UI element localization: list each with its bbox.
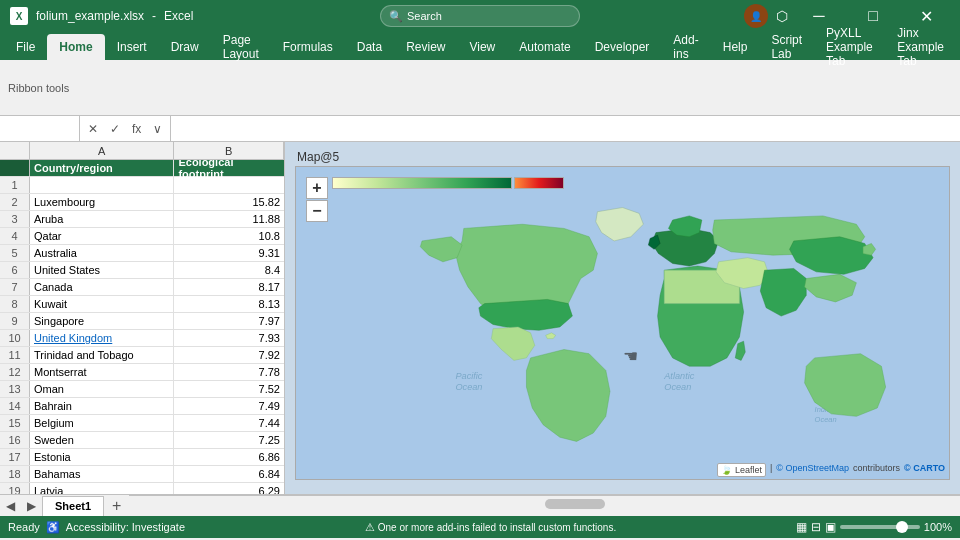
tab-draw[interactable]: Draw — [159, 34, 211, 60]
formula-icons: ✕ ✓ fx ∨ — [80, 116, 171, 141]
tab-formulas[interactable]: Formulas — [271, 34, 345, 60]
table-row: 13 Oman 7.52 — [0, 381, 284, 398]
table-header-row: Country/region Ecological footprint — [0, 160, 284, 177]
notification-text: One or more add-ins failed to install cu… — [378, 522, 616, 533]
map-area[interactable]: Map@5 + − Pacific Ocean — [285, 142, 960, 494]
view-layout-icon[interactable]: ▣ — [825, 520, 836, 534]
table-row: 6 United States 8.4 — [0, 262, 284, 279]
table-row: 15 Belgium 7.44 — [0, 415, 284, 432]
title-bar-left: X folium_example.xlsx - Excel — [10, 7, 323, 25]
tab-jinx[interactable]: Jinx Example Tab — [885, 34, 956, 60]
zoom-out-button[interactable]: − — [306, 200, 328, 222]
tab-review[interactable]: Review — [394, 34, 457, 60]
tab-script-lab[interactable]: Script Lab — [759, 34, 814, 60]
tab-page-layout[interactable]: Page Layout — [211, 34, 271, 60]
world-map-svg[interactable]: Pacific Ocean Atlantic Ocean Indian Ocea… — [296, 195, 949, 479]
confirm-icon[interactable]: ✓ — [106, 120, 124, 138]
header-footprint: Ecological footprint — [174, 160, 284, 176]
search-icon: 🔍 — [389, 10, 403, 23]
table-row: 18 Bahamas 6.84 — [0, 466, 284, 483]
table-row: 5 Australia 9.31 — [0, 245, 284, 262]
sheet-tabs: ◀ ▶ Sheet1 + — [0, 494, 960, 516]
table-row: 1 — [0, 177, 284, 194]
col-b-header: B — [174, 142, 284, 159]
scroll-thumb[interactable] — [545, 499, 605, 509]
sheet-nav-left[interactable]: ◀ — [0, 499, 21, 513]
cancel-icon[interactable]: ✕ — [84, 120, 102, 138]
legend-green-gradient — [332, 177, 512, 189]
table-row: 7 Canada 8.17 — [0, 279, 284, 296]
search-placeholder: Search — [407, 10, 442, 22]
ready-status: Ready — [8, 521, 40, 533]
legend-red-gradient — [514, 177, 564, 189]
formula-bar: ✕ ✓ fx ∨ — [0, 116, 960, 142]
main-right: Map@5 + − Pacific Ocean — [285, 142, 960, 494]
table-row: 4 Qatar 10.8 — [0, 228, 284, 245]
col-a-header: A — [30, 142, 174, 159]
notification-area: ⚠ One or more add-ins failed to install … — [193, 521, 788, 534]
ribbon-tabs: File Home Insert Draw Page Layout Formul… — [0, 32, 960, 60]
horizontal-scrollbar[interactable] — [129, 495, 960, 516]
cell-value — [174, 177, 284, 193]
table-row: 17 Estonia 6.86 — [0, 449, 284, 466]
tab-file[interactable]: File — [4, 34, 47, 60]
main-content: A B Country/region Ecological footprint … — [0, 142, 960, 494]
table-row: 10 United Kingdom 7.93 — [0, 330, 284, 347]
header-country: Country/region — [30, 160, 174, 176]
tab-view[interactable]: View — [457, 34, 507, 60]
add-sheet-button[interactable]: + — [104, 497, 129, 515]
zoom-in-button[interactable]: + — [306, 177, 328, 199]
tab-home[interactable]: Home — [47, 34, 104, 60]
fx-icon[interactable]: fx — [128, 120, 145, 138]
svg-text:☚: ☚ — [623, 347, 638, 366]
zoom-slider[interactable] — [840, 525, 920, 529]
tab-addins[interactable]: Add-ins — [661, 34, 710, 60]
title-app: - — [152, 9, 156, 23]
accessibility-status[interactable]: Accessibility: Investigate — [66, 521, 185, 533]
tab-data[interactable]: Data — [345, 34, 394, 60]
table-row: 2 Luxembourg 15.82 — [0, 194, 284, 211]
notification-icon: ⚠ — [365, 521, 375, 533]
spreadsheet: A B Country/region Ecological footprint … — [0, 142, 285, 494]
svg-text:Ocean: Ocean — [455, 382, 482, 392]
col-headers: A B — [0, 142, 284, 160]
map-container[interactable]: + − Pacific Ocean Atlantic Ocean Indian … — [295, 166, 950, 480]
expand-icon[interactable]: ∨ — [149, 120, 166, 138]
accessibility-icon: ♿ — [46, 521, 60, 534]
tab-automate[interactable]: Automate — [507, 34, 582, 60]
name-box[interactable] — [0, 116, 80, 141]
tab-help[interactable]: Help — [711, 34, 760, 60]
svg-text:Ocean: Ocean — [664, 382, 691, 392]
legend-bar — [332, 173, 941, 193]
table-row: 9 Singapore 7.97 — [0, 313, 284, 330]
title-text: folium_example.xlsx — [36, 9, 144, 23]
title-center: 🔍 Search — [323, 5, 636, 27]
tab-developer[interactable]: Developer — [583, 34, 662, 60]
svg-text:Pacific: Pacific — [455, 371, 482, 381]
tab-insert[interactable]: Insert — [105, 34, 159, 60]
row-num — [0, 160, 30, 176]
sheet-tab-sheet1[interactable]: Sheet1 — [42, 496, 104, 516]
table-row: 11 Trinidad and Tobago 7.92 — [0, 347, 284, 364]
table-row: 8 Kuwait 8.13 — [0, 296, 284, 313]
map-attribution: 🍃 Leaflet | © OpenStreetMap contributors… — [717, 463, 945, 477]
view-normal-icon[interactable]: ▦ — [796, 520, 807, 534]
copilot-icon[interactable]: ⬡ — [776, 8, 788, 24]
row-num-header — [0, 142, 30, 159]
view-page-icon[interactable]: ⊟ — [811, 520, 821, 534]
carto-link[interactable]: © CARTO — [904, 463, 945, 477]
title-bar: X folium_example.xlsx - Excel 🔍 Search 👤… — [0, 0, 960, 32]
zoom-thumb[interactable] — [896, 521, 908, 533]
search-box[interactable]: 🔍 Search — [380, 5, 580, 27]
table-row: 14 Bahrain 7.49 — [0, 398, 284, 415]
excel-icon: X — [10, 7, 28, 25]
status-bar: Ready ♿ Accessibility: Investigate ⚠ One… — [0, 516, 960, 538]
svg-text:Atlantic: Atlantic — [663, 371, 694, 381]
svg-text:Ocean: Ocean — [815, 415, 837, 424]
sheet-nav-right[interactable]: ▶ — [21, 499, 42, 513]
zoom-controls: ▦ ⊟ ▣ 100% — [796, 520, 952, 534]
osm-link[interactable]: © OpenStreetMap — [776, 463, 849, 477]
data-rows: Country/region Ecological footprint 1 2 … — [0, 160, 284, 494]
tab-pyxll[interactable]: PyXLL Example Tab — [814, 34, 885, 60]
map-controls[interactable]: + − — [306, 177, 328, 222]
